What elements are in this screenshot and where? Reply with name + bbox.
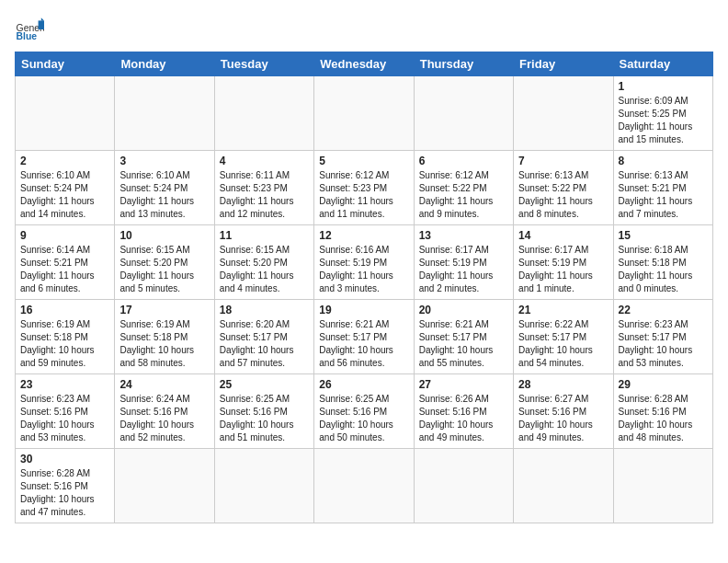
calendar-week-row: 9Sunrise: 6:14 AM Sunset: 5:21 PM Daylig… (16, 225, 713, 300)
calendar-day-cell (115, 76, 214, 151)
calendar-day-cell (414, 76, 513, 151)
svg-marker-2 (39, 20, 44, 29)
day-number: 4 (220, 155, 309, 167)
calendar-day-cell: 20Sunrise: 6:21 AM Sunset: 5:17 PM Dayli… (414, 300, 513, 374)
day-number: 29 (619, 378, 708, 391)
sun-info: Sunrise: 6:15 AM Sunset: 5:20 PM Dayligh… (119, 244, 209, 295)
calendar-day-cell: 13Sunrise: 6:17 AM Sunset: 5:19 PM Dayli… (414, 225, 513, 300)
day-number: 16 (20, 304, 109, 316)
calendar-day-cell: 27Sunrise: 6:26 AM Sunset: 5:16 PM Dayli… (414, 374, 513, 449)
day-number: 28 (518, 378, 608, 391)
day-number: 17 (119, 304, 209, 316)
svg-text:Blue: Blue (17, 31, 38, 41)
day-number: 27 (419, 378, 508, 391)
calendar-day-cell: 21Sunrise: 6:22 AM Sunset: 5:17 PM Dayli… (514, 300, 613, 374)
calendar-day-cell: 11Sunrise: 6:15 AM Sunset: 5:20 PM Dayli… (214, 225, 313, 300)
sun-info: Sunrise: 6:16 AM Sunset: 5:19 PM Dayligh… (319, 244, 408, 295)
calendar-day-cell (214, 449, 313, 523)
sun-info: Sunrise: 6:28 AM Sunset: 5:16 PM Dayligh… (20, 467, 109, 519)
day-number: 24 (119, 378, 209, 391)
sun-info: Sunrise: 6:24 AM Sunset: 5:16 PM Dayligh… (119, 393, 209, 444)
calendar-day-cell: 15Sunrise: 6:18 AM Sunset: 5:18 PM Dayli… (613, 225, 712, 300)
day-number: 5 (319, 155, 408, 167)
logo: General Blue (15, 15, 48, 44)
day-number: 20 (419, 304, 508, 316)
calendar-day-cell: 2Sunrise: 6:10 AM Sunset: 5:24 PM Daylig… (16, 151, 115, 225)
calendar-day-cell: 23Sunrise: 6:23 AM Sunset: 5:16 PM Dayli… (16, 374, 115, 449)
calendar-day-cell: 5Sunrise: 6:12 AM Sunset: 5:23 PM Daylig… (314, 151, 414, 225)
sun-info: Sunrise: 6:20 AM Sunset: 5:17 PM Dayligh… (220, 318, 309, 370)
page-header: General Blue (15, 15, 713, 44)
sun-info: Sunrise: 6:15 AM Sunset: 5:20 PM Dayligh… (220, 244, 309, 295)
calendar-table: SundayMondayTuesdayWednesdayThursdayFrid… (15, 52, 713, 523)
calendar-day-cell: 1Sunrise: 6:09 AM Sunset: 5:25 PM Daylig… (613, 76, 712, 151)
calendar-day-cell: 25Sunrise: 6:25 AM Sunset: 5:16 PM Dayli… (214, 374, 313, 449)
calendar-day-cell (314, 76, 414, 151)
calendar-day-cell (414, 449, 513, 523)
day-number: 21 (518, 304, 608, 316)
sun-info: Sunrise: 6:23 AM Sunset: 5:16 PM Dayligh… (20, 393, 109, 444)
sun-info: Sunrise: 6:12 AM Sunset: 5:23 PM Dayligh… (319, 169, 408, 221)
calendar-day-cell: 24Sunrise: 6:24 AM Sunset: 5:16 PM Dayli… (115, 374, 214, 449)
sun-info: Sunrise: 6:23 AM Sunset: 5:17 PM Dayligh… (619, 318, 708, 370)
calendar-day-cell: 29Sunrise: 6:28 AM Sunset: 5:16 PM Dayli… (613, 374, 712, 449)
sun-info: Sunrise: 6:26 AM Sunset: 5:16 PM Dayligh… (419, 393, 508, 444)
calendar-day-cell (613, 449, 712, 523)
calendar-day-cell: 18Sunrise: 6:20 AM Sunset: 5:17 PM Dayli… (214, 300, 313, 374)
weekday-header-cell: Tuesday (214, 52, 313, 76)
calendar-day-cell (314, 449, 414, 523)
sun-info: Sunrise: 6:09 AM Sunset: 5:25 PM Dayligh… (619, 95, 708, 146)
calendar-day-cell: 14Sunrise: 6:17 AM Sunset: 5:19 PM Dayli… (514, 225, 613, 300)
weekday-header-cell: Monday (115, 52, 214, 76)
calendar-day-cell (16, 76, 115, 151)
calendar-day-cell: 17Sunrise: 6:19 AM Sunset: 5:18 PM Dayli… (115, 300, 214, 374)
calendar-day-cell: 9Sunrise: 6:14 AM Sunset: 5:21 PM Daylig… (16, 225, 115, 300)
calendar-day-cell: 3Sunrise: 6:10 AM Sunset: 5:24 PM Daylig… (115, 151, 214, 225)
day-number: 6 (419, 155, 508, 167)
calendar-day-cell (514, 449, 613, 523)
day-number: 22 (619, 304, 708, 316)
weekday-header-row: SundayMondayTuesdayWednesdayThursdayFrid… (16, 52, 713, 76)
calendar-day-cell: 8Sunrise: 6:13 AM Sunset: 5:21 PM Daylig… (613, 151, 712, 225)
sun-info: Sunrise: 6:25 AM Sunset: 5:16 PM Dayligh… (220, 393, 309, 444)
day-number: 9 (20, 229, 109, 242)
svg-marker-3 (41, 17, 44, 20)
day-number: 10 (119, 229, 209, 242)
day-number: 19 (319, 304, 408, 316)
day-number: 12 (319, 229, 408, 242)
sun-info: Sunrise: 6:21 AM Sunset: 5:17 PM Dayligh… (419, 318, 508, 370)
sun-info: Sunrise: 6:10 AM Sunset: 5:24 PM Dayligh… (119, 169, 209, 221)
day-number: 7 (518, 155, 608, 167)
weekday-header-cell: Sunday (16, 52, 115, 76)
day-number: 18 (220, 304, 309, 316)
calendar-body: 1Sunrise: 6:09 AM Sunset: 5:25 PM Daylig… (16, 76, 713, 523)
calendar-day-cell: 22Sunrise: 6:23 AM Sunset: 5:17 PM Dayli… (613, 300, 712, 374)
day-number: 2 (20, 155, 109, 167)
calendar-day-cell: 7Sunrise: 6:13 AM Sunset: 5:22 PM Daylig… (514, 151, 613, 225)
calendar-day-cell: 6Sunrise: 6:12 AM Sunset: 5:22 PM Daylig… (414, 151, 513, 225)
calendar-week-row: 1Sunrise: 6:09 AM Sunset: 5:25 PM Daylig… (16, 76, 713, 151)
calendar-day-cell: 30Sunrise: 6:28 AM Sunset: 5:16 PM Dayli… (16, 449, 115, 523)
calendar-day-cell: 4Sunrise: 6:11 AM Sunset: 5:23 PM Daylig… (214, 151, 313, 225)
sun-info: Sunrise: 6:10 AM Sunset: 5:24 PM Dayligh… (20, 169, 109, 221)
sun-info: Sunrise: 6:18 AM Sunset: 5:18 PM Dayligh… (619, 244, 708, 295)
weekday-header-cell: Thursday (414, 52, 513, 76)
calendar-day-cell: 12Sunrise: 6:16 AM Sunset: 5:19 PM Dayli… (314, 225, 414, 300)
sun-info: Sunrise: 6:28 AM Sunset: 5:16 PM Dayligh… (619, 393, 708, 444)
sun-info: Sunrise: 6:27 AM Sunset: 5:16 PM Dayligh… (518, 393, 608, 444)
calendar-week-row: 16Sunrise: 6:19 AM Sunset: 5:18 PM Dayli… (16, 300, 713, 374)
calendar-day-cell (115, 449, 214, 523)
day-number: 1 (619, 80, 708, 93)
calendar-day-cell (514, 76, 613, 151)
sun-info: Sunrise: 6:21 AM Sunset: 5:17 PM Dayligh… (319, 318, 408, 370)
day-number: 25 (220, 378, 309, 391)
day-number: 30 (20, 453, 109, 465)
day-number: 3 (119, 155, 209, 167)
weekday-header-cell: Saturday (613, 52, 712, 76)
calendar-week-row: 23Sunrise: 6:23 AM Sunset: 5:16 PM Dayli… (16, 374, 713, 449)
day-number: 14 (518, 229, 608, 242)
calendar-day-cell (214, 76, 313, 151)
day-number: 11 (220, 229, 309, 242)
sun-info: Sunrise: 6:25 AM Sunset: 5:16 PM Dayligh… (319, 393, 408, 444)
logo-icon: General Blue (15, 15, 44, 44)
